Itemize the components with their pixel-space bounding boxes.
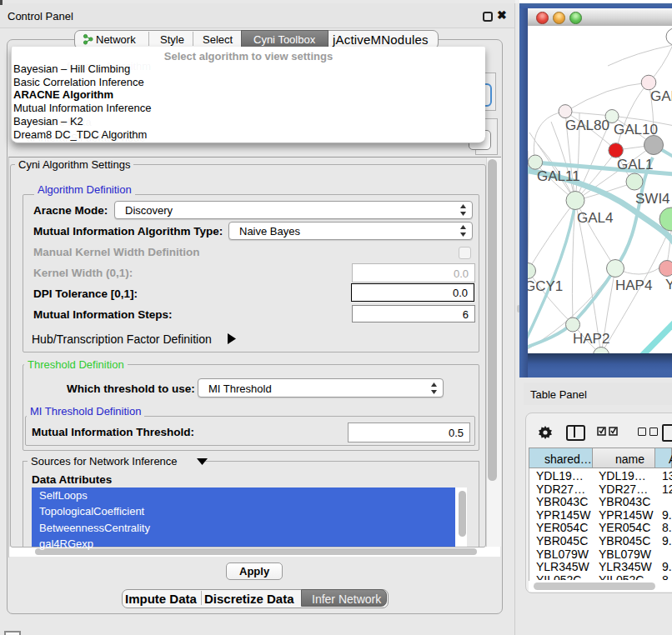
svg-text:HAP4: HAP4 xyxy=(615,278,652,293)
svg-text:GAL7: GAL7 xyxy=(650,88,672,104)
svg-text:HAP2: HAP2 xyxy=(573,331,609,347)
svg-text:SWI4: SWI4 xyxy=(635,191,670,207)
svg-text:GAL11: GAL11 xyxy=(537,168,580,184)
svg-text:GAL4: GAL4 xyxy=(577,210,613,226)
svg-text:GCY1: GCY1 xyxy=(528,278,563,294)
svg-text:GAL10: GAL10 xyxy=(614,122,658,138)
svg-text:Y: Y xyxy=(665,277,672,292)
svg-text:GAL80: GAL80 xyxy=(565,118,609,133)
svg-text:GAL1: GAL1 xyxy=(617,157,653,172)
